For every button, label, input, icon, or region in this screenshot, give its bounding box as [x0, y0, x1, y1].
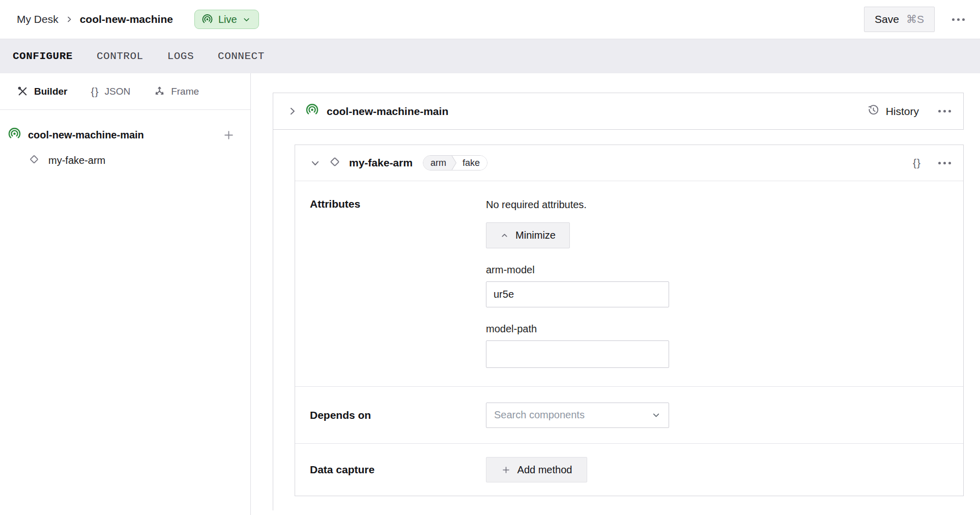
ellipsis-icon	[952, 18, 955, 21]
tab-connect[interactable]: CONNECT	[218, 47, 265, 65]
live-status-label: Live	[218, 14, 237, 25]
live-status-badge[interactable]: Live	[194, 10, 259, 29]
breadcrumb-current: cool-new-machine	[80, 13, 173, 25]
part-card-actions: History	[867, 104, 953, 119]
depends-on-content: Search components	[486, 403, 963, 428]
config-sidebar: Builder {} JSON Frame	[0, 73, 251, 515]
config-view-tabs: Builder {} JSON Frame	[0, 73, 250, 110]
add-component-button[interactable]	[222, 129, 235, 141]
chevron-down-icon	[651, 410, 661, 420]
save-shortcut: ⌘S	[906, 13, 924, 25]
depends-on-section: Depends on Search components	[295, 386, 963, 443]
arm-model-input[interactable]	[486, 281, 669, 307]
expand-part-button[interactable]	[287, 106, 298, 117]
data-capture-content: Add method	[486, 457, 963, 482]
history-clock-icon	[867, 104, 880, 119]
depends-on-heading: Depends on	[310, 409, 486, 421]
machine-nav-tabs: CONFIGURE CONTROL LOGS CONNECT	[0, 39, 980, 73]
component-card-title: my-fake-arm	[349, 157, 413, 169]
add-method-button[interactable]: Add method	[486, 457, 587, 482]
tab-logs[interactable]: LOGS	[167, 47, 194, 65]
tree-connector-line	[273, 130, 273, 510]
attributes-content: No required attributes. Minimize arm-mod…	[486, 198, 963, 368]
view-tab-builder[interactable]: Builder	[17, 85, 67, 97]
chevron-down-icon	[310, 158, 321, 168]
tree-item-component[interactable]: my-fake-arm	[8, 148, 235, 173]
minimize-button[interactable]: Minimize	[486, 222, 570, 248]
minimize-button-label: Minimize	[515, 230, 556, 241]
attributes-heading: Attributes	[310, 198, 486, 368]
field-label-arm-model: arm-model	[486, 264, 963, 276]
plus-icon	[501, 465, 511, 475]
tab-control[interactable]: CONTROL	[97, 47, 143, 65]
data-capture-heading: Data capture	[310, 464, 486, 476]
chevron-right-icon	[65, 15, 73, 23]
data-capture-section: Data capture Add method	[295, 443, 963, 496]
breadcrumb-parent[interactable]: My Desk	[17, 13, 59, 25]
add-method-button-label: Add method	[517, 464, 572, 476]
save-button[interactable]: Save ⌘S	[864, 7, 935, 32]
part-card-title: cool-new-machine-main	[327, 105, 448, 118]
component-card: my-fake-arm arm fake {}	[295, 145, 964, 496]
field-label-model-path: model-path	[486, 323, 963, 335]
topbar-actions: Save ⌘S	[864, 7, 967, 32]
badge-api-label: arm	[423, 156, 452, 170]
view-tab-builder-label: Builder	[34, 86, 67, 97]
machine-part-card: cool-new-machine-main History	[273, 93, 964, 130]
component-card-actions: {}	[913, 157, 953, 169]
machine-tree: cool-new-machine-main my-fake-arm	[0, 110, 250, 173]
braces-icon: {}	[91, 85, 99, 98]
ellipsis-icon	[938, 110, 941, 112]
model-path-input[interactable]	[486, 340, 669, 368]
broadcast-icon	[8, 127, 21, 143]
depends-on-placeholder: Search components	[494, 409, 585, 421]
broadcast-icon	[201, 14, 213, 25]
tools-icon	[17, 85, 28, 97]
diamond-icon	[28, 153, 40, 167]
part-menu-button[interactable]	[936, 107, 953, 116]
tree-item-machine-part[interactable]: cool-new-machine-main	[8, 122, 235, 148]
component-menu-button[interactable]	[936, 159, 953, 167]
config-main-panel: cool-new-machine-main History	[251, 73, 980, 515]
view-tab-json[interactable]: {} JSON	[91, 85, 130, 98]
history-button-label: History	[886, 105, 919, 118]
view-tab-json-label: JSON	[104, 86, 130, 97]
save-button-label: Save	[875, 13, 899, 25]
content-area: Builder {} JSON Frame	[0, 73, 980, 515]
plus-icon	[222, 129, 235, 141]
diamond-icon	[328, 155, 341, 170]
component-card-header: my-fake-arm arm fake {}	[295, 145, 963, 181]
view-tab-frame[interactable]: Frame	[154, 85, 199, 97]
attributes-section: Attributes No required attributes. Minim…	[295, 181, 963, 386]
edit-json-button[interactable]: {}	[913, 157, 921, 169]
top-bar: My Desk cool-new-machine Live Save ⌘S	[0, 0, 980, 39]
ellipsis-icon	[938, 162, 941, 164]
collapse-component-button[interactable]	[310, 158, 321, 168]
badge-divider	[452, 156, 457, 170]
machine-menu-button[interactable]	[950, 15, 967, 24]
chevron-up-icon	[500, 231, 509, 240]
tab-configure[interactable]: CONFIGURE	[13, 47, 73, 65]
view-tab-frame-label: Frame	[171, 86, 199, 97]
axes-icon	[154, 85, 165, 97]
breadcrumb: My Desk cool-new-machine	[17, 13, 173, 25]
attributes-note: No required attributes.	[486, 198, 963, 211]
tree-item-label: cool-new-machine-main	[28, 129, 144, 141]
component-type-badge: arm fake	[423, 155, 487, 170]
chevron-right-icon	[287, 106, 298, 117]
badge-model-label: fake	[457, 156, 487, 170]
history-button[interactable]: History	[867, 104, 919, 119]
chevron-down-icon	[242, 15, 251, 24]
tree-item-label: my-fake-arm	[48, 155, 105, 166]
broadcast-icon	[305, 103, 319, 119]
depends-on-select[interactable]: Search components	[486, 403, 669, 428]
